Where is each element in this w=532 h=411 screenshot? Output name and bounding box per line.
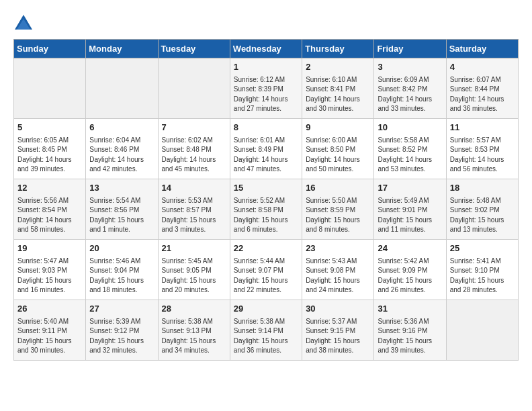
day-info-line: Sunset: 8:42 PM [378,85,442,95]
day-info-line: Sunrise: 5:41 AM [450,257,515,267]
calendar-cell: 27Sunrise: 5:39 AMSunset: 9:12 PMDayligh… [86,300,158,361]
day-info-line: Sunset: 8:59 PM [306,205,370,216]
day-info-line: Daylight: 14 hours and 27 minutes. [234,95,298,114]
calendar-cell: 12Sunrise: 5:56 AMSunset: 8:54 PMDayligh… [14,179,86,240]
day-number: 5 [17,122,82,134]
calendar-cell: 15Sunrise: 5:52 AMSunset: 8:58 PMDayligh… [230,179,302,240]
day-info-line: Sunset: 8:58 PM [234,205,298,216]
calendar-week-4: 19Sunrise: 5:47 AMSunset: 9:03 PMDayligh… [14,240,519,300]
calendar-cell: 4Sunrise: 6:07 AMSunset: 8:44 PMDaylight… [446,58,518,119]
day-info-line: Daylight: 15 hours and 28 minutes. [450,276,515,295]
calendar-cell [14,58,86,119]
day-info-line: Sunrise: 5:50 AM [306,196,370,206]
day-number: 18 [450,182,515,195]
day-info-line: Sunrise: 5:46 AM [89,257,154,267]
day-info-line: Daylight: 14 hours and 36 minutes. [450,95,515,114]
calendar-header: SundayMondayTuesdayWednesdayThursdayFrid… [14,40,519,58]
calendar-cell: 2Sunrise: 6:10 AMSunset: 8:41 PMDaylight… [302,58,374,119]
day-info-line: Daylight: 15 hours and 34 minutes. [162,336,226,356]
day-info-line: Sunset: 8:50 PM [306,145,370,155]
calendar-cell [446,300,518,361]
day-info-line: Sunrise: 5:48 AM [450,196,515,206]
day-info-line: Sunrise: 6:02 AM [162,136,226,146]
calendar-cell: 17Sunrise: 5:49 AMSunset: 9:01 PMDayligh… [374,179,446,240]
day-info-line: Sunset: 8:52 PM [378,145,442,155]
day-number: 2 [306,61,370,74]
day-number: 20 [89,242,154,255]
calendar-cell: 3Sunrise: 6:09 AMSunset: 8:42 PMDaylight… [374,58,446,119]
day-info-line: Daylight: 15 hours and 11 minutes. [378,216,442,235]
day-info-line: Sunset: 8:46 PM [89,145,154,155]
logo [13,13,36,34]
calendar-table: SundayMondayTuesdayWednesdayThursdayFrid… [13,39,519,361]
day-info-line: Sunset: 9:08 PM [306,266,370,276]
day-number: 13 [89,182,154,195]
day-info-line: Daylight: 15 hours and 13 minutes. [450,216,515,235]
day-info-line: Sunrise: 5:39 AM [89,317,154,327]
calendar-cell: 6Sunrise: 6:04 AMSunset: 8:46 PMDaylight… [86,119,158,179]
calendar-cell: 13Sunrise: 5:54 AMSunset: 8:56 PMDayligh… [86,179,158,240]
calendar-week-3: 12Sunrise: 5:56 AMSunset: 8:54 PMDayligh… [14,179,519,240]
day-number: 4 [450,61,515,74]
weekday-header-saturday: Saturday [446,40,518,58]
weekday-header-friday: Friday [374,40,446,58]
day-number: 19 [17,242,82,255]
day-info-line: Sunset: 9:04 PM [89,266,154,276]
day-info-line: Sunrise: 5:45 AM [162,257,226,267]
day-number: 31 [378,303,442,316]
day-info-line: Daylight: 15 hours and 20 minutes. [162,276,226,295]
day-info-line: Sunrise: 5:47 AM [17,257,82,267]
day-info-line: Sunset: 9:01 PM [378,205,442,216]
calendar-cell: 7Sunrise: 6:02 AMSunset: 8:48 PMDaylight… [158,119,230,179]
day-info-line: Daylight: 15 hours and 36 minutes. [234,336,298,356]
calendar-cell: 11Sunrise: 5:57 AMSunset: 8:53 PMDayligh… [446,119,518,179]
day-info-line: Sunrise: 6:04 AM [89,136,154,146]
day-info-line: Sunrise: 5:49 AM [378,196,442,206]
day-info-line: Sunrise: 5:58 AM [378,136,442,146]
calendar-cell: 14Sunrise: 5:53 AMSunset: 8:57 PMDayligh… [158,179,230,240]
calendar-cell: 31Sunrise: 5:36 AMSunset: 9:16 PMDayligh… [374,300,446,361]
weekday-header-tuesday: Tuesday [158,40,230,58]
day-info-line: Sunset: 9:14 PM [234,326,298,336]
day-info-line: Sunset: 8:41 PM [306,85,370,95]
day-info-line: Sunrise: 5:56 AM [17,196,82,206]
day-info-line: Sunrise: 5:44 AM [234,257,298,267]
day-info-line: Daylight: 14 hours and 33 minutes. [378,95,442,114]
day-number: 16 [306,182,370,195]
day-info-line: Sunset: 8:45 PM [17,145,82,155]
day-number: 21 [162,242,226,255]
calendar-week-5: 26Sunrise: 5:40 AMSunset: 9:11 PMDayligh… [14,300,519,361]
day-info-line: Sunrise: 5:37 AM [306,317,370,327]
calendar-week-1: 1Sunrise: 6:12 AMSunset: 8:39 PMDaylight… [14,58,519,119]
calendar-week-2: 5Sunrise: 6:05 AMSunset: 8:45 PMDaylight… [14,119,519,179]
day-info-line: Sunrise: 5:42 AM [378,257,442,267]
calendar-cell [86,58,158,119]
day-info-line: Sunrise: 5:53 AM [162,196,226,206]
day-info-line: Daylight: 14 hours and 50 minutes. [306,155,370,175]
day-number: 7 [162,122,226,134]
day-info-line: Sunset: 8:48 PM [162,145,226,155]
weekday-header-monday: Monday [86,40,158,58]
day-info-line: Daylight: 14 hours and 47 minutes. [234,155,298,175]
day-info-line: Sunrise: 5:43 AM [306,257,370,267]
day-info-line: Daylight: 14 hours and 39 minutes. [17,155,82,175]
day-info-line: Sunset: 9:02 PM [450,205,515,216]
day-info-line: Daylight: 14 hours and 42 minutes. [89,155,154,175]
day-number: 6 [89,122,154,134]
day-info-line: Sunset: 9:12 PM [89,326,154,336]
day-info-line: Daylight: 15 hours and 30 minutes. [17,336,82,356]
day-info-line: Daylight: 15 hours and 38 minutes. [306,336,370,356]
weekday-header-thursday: Thursday [302,40,374,58]
day-info-line: Sunrise: 6:01 AM [234,136,298,146]
logo-icon [13,13,34,34]
day-number: 28 [162,303,226,316]
day-number: 17 [378,182,442,195]
day-info-line: Sunset: 8:54 PM [17,205,82,216]
calendar-cell: 29Sunrise: 5:38 AMSunset: 9:14 PMDayligh… [230,300,302,361]
day-info-line: Sunrise: 5:57 AM [450,136,515,146]
day-info-line: Sunset: 8:56 PM [89,205,154,216]
day-info-line: Sunset: 9:07 PM [234,266,298,276]
weekday-header-sunday: Sunday [14,40,86,58]
day-number: 26 [17,303,82,316]
day-number: 3 [378,61,442,74]
